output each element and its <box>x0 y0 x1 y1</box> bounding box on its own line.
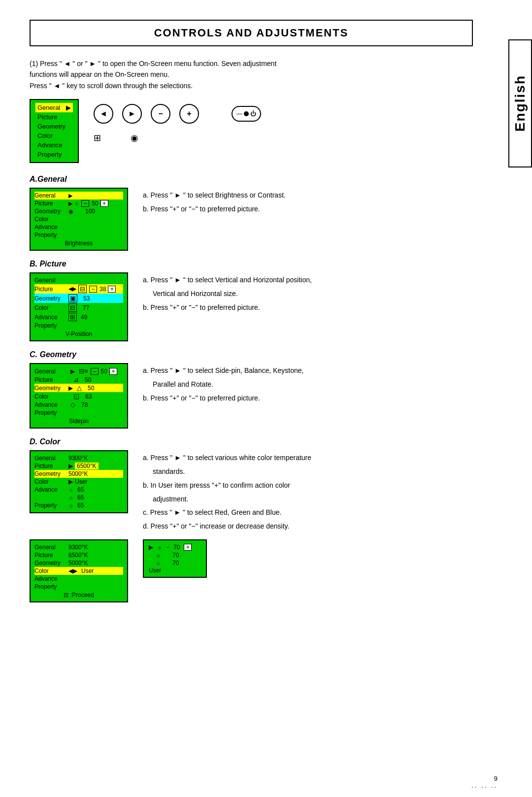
section-d-instr-a: a. Press " ► " to select various white c… <box>143 452 473 464</box>
panel-b-advance: Advance ⊞ 49 <box>34 312 123 322</box>
panel-c-geometry: Geometry ▶ △ 50 <box>34 384 123 392</box>
controls-row-top: ◄ ► − + — ⏻ <box>94 99 261 124</box>
panel-b-geometry: Geometry ▣ 53 <box>34 294 123 303</box>
section-a-row: General ▶ Picture ▶ ☼ − 50 + Geometry ◉ … <box>30 188 473 251</box>
panel-b-general: General <box>34 276 123 284</box>
english-label: English <box>512 75 528 132</box>
panel-a-property: Property <box>34 231 123 239</box>
page-dots: .. .. .. <box>471 782 498 789</box>
menu-item-color: Color <box>35 131 73 140</box>
section-d-header: D. Color <box>30 437 502 446</box>
section-d-instr-a2: standards. <box>143 466 473 478</box>
user-sublabel: User <box>149 567 201 574</box>
panel-c-color: Color ◱ 63 <box>34 392 123 400</box>
panel-c-sublabel: Sidepin <box>34 418 123 425</box>
section-d-instr-b: b. In User item presss "+" to confirm ac… <box>143 480 473 492</box>
panel-c-advance: Advance ◇ 78 <box>34 400 123 409</box>
panel-d1-advance2: ☼ 65 <box>34 494 123 501</box>
section-a-header: A.General <box>30 175 502 184</box>
panel-b-color: Color ⊟ 77 <box>34 303 123 312</box>
section-b-instr-a2: Vertical and Horizontal size. <box>143 288 473 300</box>
section-d-instr-c: c. Press " ► " to select Red, Green and … <box>143 507 473 519</box>
section-b-text: a. Press " ► " to select Vertical and Ho… <box>143 272 473 315</box>
section-c-instr-a: a. Press " ► " to select Side-pin, Balan… <box>143 365 473 377</box>
panel-a-general: General ▶ <box>34 192 123 199</box>
panel-d2-picture: Picture 6500°K <box>34 551 123 559</box>
panel-a-advance: Advance <box>34 223 123 231</box>
user-row-2: ☼ 70 <box>149 551 201 559</box>
user-row-1: ▶ ☼ − 70 + <box>149 543 201 551</box>
panel-a-sublabel: Brightness <box>34 240 123 247</box>
section-d-text: a. Press " ► " to select various white c… <box>143 450 473 534</box>
section-c-text: a. Press " ► " to select Side-pin, Balan… <box>143 363 473 406</box>
section-d-instr-d: d. Press "+" or "−" increase or decrease… <box>143 521 473 532</box>
english-tab: English <box>508 39 532 167</box>
section-c: C. Geometry General ▶ ⊟≡ − 50 + Picture … <box>30 350 502 429</box>
power-icon: ⏻ <box>250 110 256 117</box>
section-b-header: B. Picture <box>30 260 502 268</box>
section-a-instr-a: a. Press " ► " to select Brightness or C… <box>143 190 473 201</box>
brightness-icon: ◉ <box>131 133 138 143</box>
section-a: A.General General ▶ Picture ▶ ☼ − 50 + G… <box>30 175 502 251</box>
intro-text: (1) Press " ◄ " or " ► " to open the On-… <box>30 58 473 91</box>
menu-item-general-highlighted: General▶ <box>35 103 73 112</box>
panel-b-property: Property <box>34 322 123 330</box>
section-d-row: General 9300°K Picture ▶ 6500°K Geometry… <box>30 450 473 534</box>
panel-c-picture: Picture ⊿ 50 <box>34 375 123 384</box>
panel-d1-general: General 9300°K <box>34 454 123 462</box>
panel-d2-color: Color ◀▶ User <box>34 567 123 575</box>
btn-minus[interactable]: − <box>151 104 170 124</box>
intro-line2: functions will appear on the On-Screen m… <box>30 69 473 80</box>
panel-a-color: Color <box>34 215 123 223</box>
menu-item-advance: Advance <box>35 140 73 150</box>
panel-a-picture: Picture ▶ ☼ − 50 + <box>34 199 123 207</box>
section-b-row: General Picture ◀▶ ⊟ − 38 + Geometry ▣ 5… <box>30 272 473 341</box>
section-b-instr-a: a. Press " ► " to select Vertical and Ho… <box>143 274 473 286</box>
btn-wide[interactable]: — ⏻ <box>232 106 261 122</box>
intro-line1: (1) Press " ◄ " or " ► " to open the On-… <box>30 58 473 69</box>
panel-c-general: General ▶ ⊟≡ − 50 + <box>34 367 123 375</box>
osd-panel-c: General ▶ ⊟≡ − 50 + Picture ⊿ 50 Geometr… <box>30 363 128 429</box>
section-c-instr-b: b. Press "+" or "−" to preferred picture… <box>143 393 473 404</box>
panel-d1-advance: Advance ☼ 65 <box>34 486 123 494</box>
osd-panel-d1: General 9300°K Picture ▶ 6500°K Geometry… <box>30 450 128 513</box>
panel-d1-property: Property ☼ 65 <box>34 501 123 509</box>
panel-d2-advance: Advance <box>34 575 123 583</box>
panel-d2-general: General 9300°K <box>34 543 123 551</box>
btn-plus[interactable]: + <box>179 104 199 124</box>
panel-d1-picture: Picture ▶ 6500°K <box>34 462 123 470</box>
ctrl-dot <box>244 111 249 116</box>
section-c-row: General ▶ ⊟≡ − 50 + Picture ⊿ 50 Geometr… <box>30 363 473 429</box>
panel-b-sublabel: V-Position <box>34 331 123 337</box>
panel-d1-color: Color ▶ User <box>34 478 123 486</box>
panel-c-property: Property <box>34 409 123 417</box>
controls-area: ◄ ► − + — ⏻ ⊞ ◉ <box>94 99 261 143</box>
btn-right[interactable]: ► <box>122 104 142 124</box>
menu-icon: ⊞ <box>94 133 101 143</box>
osd-panel-d2: General 9300°K Picture 6500°K Geometry 5… <box>30 539 128 602</box>
page-number: 9 <box>494 775 498 782</box>
osd-panel-b: General Picture ◀▶ ⊟ − 38 + Geometry ▣ 5… <box>30 272 128 341</box>
section-d-instr-b2: adjustment. <box>143 494 473 505</box>
section-d: D. Color General 9300°K Picture ▶ 6500°K… <box>30 437 502 602</box>
menu-item-geometry: Geometry <box>35 122 73 131</box>
section-c-instr-a2: Parallel and Rotate. <box>143 379 473 391</box>
section-b: B. Picture General Picture ◀▶ ⊟ − 38 + G… <box>30 260 502 341</box>
section-a-text: a. Press " ► " to select Brightness or C… <box>143 188 473 217</box>
panel-b-picture: Picture ◀▶ ⊟ − 38 + <box>34 284 123 294</box>
panel-d2-sublabel: ⊟ :Proceed <box>34 592 123 598</box>
panel-a-geometry: Geometry ◉ 100 <box>34 207 123 215</box>
main-osd-menu: General▶ Picture Geometry Color Advance … <box>30 99 79 163</box>
btn-left[interactable]: ◄ <box>94 104 113 124</box>
user-row-3: ☼ 70 <box>149 559 201 567</box>
section-c-header: C. Geometry <box>30 350 502 359</box>
section-d-sub-row: General 9300°K Picture 6500°K Geometry 5… <box>30 539 473 602</box>
title-box: CONTROLS AND ADJUSTMENTS <box>30 20 473 46</box>
intro-diagram-row: General▶ Picture Geometry Color Advance … <box>30 99 473 163</box>
ctrl-icons-bottom: ⊞ ◉ <box>94 133 261 143</box>
panel-d2-property: Property <box>34 583 123 591</box>
section-a-instr-b: b. Press "+" or "−" to preferred picture… <box>143 203 473 215</box>
panel-d2-geometry: Geometry 5000°K <box>34 559 123 567</box>
section-b-instr-b: b. Press "+" or "−" to preferred picture… <box>143 302 473 314</box>
osd-panel-a: General ▶ Picture ▶ ☼ − 50 + Geometry ◉ … <box>30 188 128 251</box>
